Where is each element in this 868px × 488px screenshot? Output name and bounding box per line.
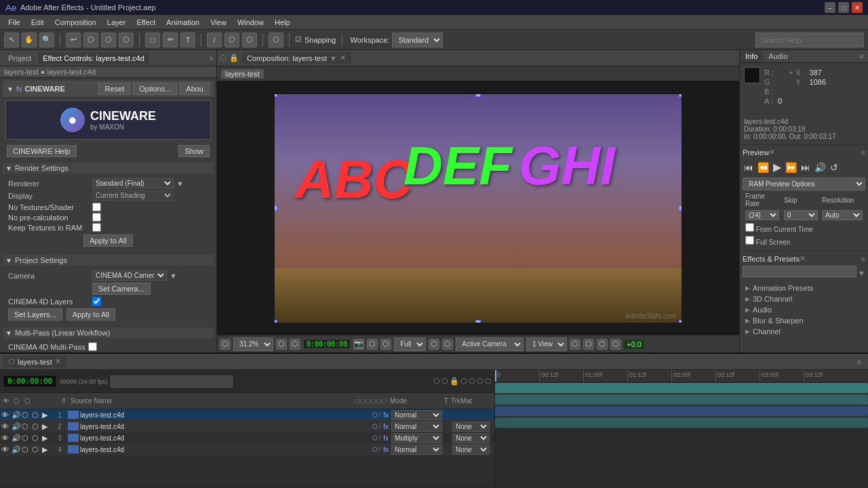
cineware-show-btn[interactable]: Show bbox=[178, 145, 210, 157]
layer-search-input[interactable] bbox=[111, 375, 233, 388]
viewer-3d-btn[interactable]: ⬡ bbox=[610, 339, 621, 350]
timecode-display[interactable]: 0:00:00:00 bbox=[3, 375, 57, 388]
layers-test-tab[interactable]: layers-test bbox=[221, 69, 264, 79]
motion-blur-icon[interactable]: ⬡ bbox=[485, 377, 492, 386]
preview-btn[interactable]: ⬡ bbox=[119, 33, 134, 47]
zoom-tool[interactable]: 🔍 bbox=[39, 33, 54, 47]
preview-skip-back[interactable]: ⏮ bbox=[743, 161, 755, 174]
keep-textures-check[interactable] bbox=[92, 223, 101, 232]
project-tab[interactable]: Project bbox=[3, 53, 37, 64]
preview-step-back[interactable]: ⏪ bbox=[756, 161, 770, 174]
camera-dropdown-arrow[interactable]: ▼ bbox=[170, 272, 177, 280]
cineware-reset-btn[interactable]: Reset bbox=[98, 83, 130, 95]
multipass-header[interactable]: ▼ Multi-Pass (Linear Workflow) bbox=[3, 327, 214, 338]
layer-3-lock[interactable]: ⬡ bbox=[32, 434, 41, 443]
minimize-button[interactable]: – bbox=[825, 2, 835, 13]
layer-2-switch2[interactable]: / bbox=[379, 423, 381, 430]
resolution-select[interactable]: Auto bbox=[822, 210, 863, 220]
menu-layer[interactable]: Layer bbox=[102, 17, 132, 28]
layer-1-mode-select[interactable]: Normal Multiply Screen bbox=[391, 410, 442, 420]
cineware-collapse-arrow[interactable]: ▼ bbox=[7, 85, 14, 93]
layer-1-switch2[interactable]: / bbox=[379, 411, 381, 418]
track-2-bar[interactable] bbox=[495, 394, 868, 405]
layer-4-switch2[interactable]: / bbox=[379, 446, 381, 453]
effects-search-dropdown[interactable]: ▼ bbox=[858, 269, 865, 277]
project-apply-btn[interactable]: Apply to All bbox=[66, 308, 115, 321]
handle-ml[interactable] bbox=[275, 205, 277, 211]
layer-4-lock[interactable]: ⬡ bbox=[32, 445, 41, 454]
handle-tl[interactable] bbox=[275, 94, 277, 97]
set-layers-btn[interactable]: Set Layers... bbox=[8, 308, 62, 321]
viewer-channels-btn[interactable]: ⬡ bbox=[429, 339, 439, 350]
preview-audio[interactable]: 🔊 bbox=[813, 161, 827, 174]
layer-1-solo[interactable]: ⬡ bbox=[22, 411, 31, 420]
layer-2-trkmat-select[interactable]: None bbox=[452, 422, 490, 432]
layer-2-lock[interactable]: ⬡ bbox=[32, 422, 41, 431]
close-button[interactable]: ✕ bbox=[852, 2, 863, 13]
composition-tab[interactable]: Composition: layers-test ▼ ✕ bbox=[241, 52, 351, 64]
time-cursor[interactable] bbox=[495, 370, 496, 382]
skip-select[interactable]: 0 bbox=[784, 210, 818, 220]
preview-close-icon[interactable]: ✕ bbox=[769, 148, 775, 157]
comp-tab-dropdown[interactable]: ▼ bbox=[330, 54, 337, 62]
preview-skip-fwd[interactable]: ⏭ bbox=[800, 161, 812, 174]
puppet-tool[interactable]: ⬡ bbox=[269, 33, 283, 47]
collapse-icon[interactable]: ⬡ bbox=[469, 377, 475, 386]
layer-4-mode-select[interactable]: Normal bbox=[391, 445, 442, 455]
project-settings-header[interactable]: ▼ Project Settings bbox=[3, 255, 214, 266]
layer-2-mode-select[interactable]: Normal bbox=[391, 422, 442, 432]
ram-preview-select[interactable]: RAM Preview Options bbox=[743, 178, 865, 190]
menu-window[interactable]: Window bbox=[232, 17, 269, 28]
zoom-select[interactable]: 31.2% bbox=[233, 338, 273, 351]
right-panel-menu[interactable]: ≡ bbox=[856, 50, 868, 62]
lock-icon[interactable]: 🔒 bbox=[450, 377, 459, 386]
preview-menu-icon[interactable]: ≡ bbox=[861, 148, 865, 157]
handle-br[interactable] bbox=[679, 320, 682, 323]
viewer-camera-capture[interactable]: 📷 bbox=[353, 339, 364, 350]
effects-item-channel[interactable]: ▶ Channel bbox=[743, 326, 865, 337]
effects-item-blur[interactable]: ▶ Blur & Sharpen bbox=[743, 315, 865, 326]
render-apply-btn[interactable]: Apply to All bbox=[83, 235, 132, 247]
layer-3-solo[interactable]: ⬡ bbox=[22, 434, 31, 443]
viewer-grid2-btn[interactable]: ⬡ bbox=[597, 339, 608, 350]
hand-tool[interactable]: ✋ bbox=[22, 33, 37, 47]
layer-4-solo[interactable]: ⬡ bbox=[22, 445, 31, 454]
viewer-snap-btn[interactable]: ⬡ bbox=[367, 339, 378, 350]
shy-icon[interactable]: ⬡ bbox=[460, 377, 467, 386]
track-3-bar[interactable] bbox=[495, 406, 868, 416]
layer-1-eye[interactable]: 👁 bbox=[1, 411, 11, 419]
pen-tool[interactable]: ✏ bbox=[163, 33, 178, 47]
layer-2-expand[interactable]: ▶ bbox=[42, 422, 52, 431]
layer-2-eye[interactable]: 👁 bbox=[1, 422, 11, 430]
cineware-options-btn[interactable]: Options... bbox=[133, 83, 177, 95]
layer-2-fx[interactable]: fx bbox=[383, 423, 389, 430]
effects-item-3dchannel[interactable]: ▶ 3D Channel bbox=[743, 293, 865, 304]
layer-4-name[interactable]: layers-test.c4d bbox=[80, 446, 371, 453]
preview-step-fwd[interactable]: ⏩ bbox=[784, 161, 798, 174]
layer-2-name[interactable]: layers-test.c4d bbox=[80, 423, 371, 430]
layer-2-audio[interactable]: 🔊 bbox=[12, 422, 21, 431]
menu-edit[interactable]: Edit bbox=[26, 17, 50, 28]
layer-4-switch1[interactable]: ⬡ bbox=[372, 446, 378, 453]
viewer-transparency-btn[interactable]: ⬡ bbox=[442, 339, 453, 350]
layer-1-switch1[interactable]: ⬡ bbox=[372, 411, 378, 418]
viewer-guide-btn[interactable]: ⬡ bbox=[583, 339, 594, 350]
menu-file[interactable]: File bbox=[3, 17, 26, 28]
no-textures-check[interactable] bbox=[92, 203, 101, 211]
c4d-layers-check[interactable] bbox=[92, 297, 101, 306]
menu-animation[interactable]: Animation bbox=[161, 17, 205, 28]
cineware-about-btn[interactable]: Abou bbox=[180, 83, 210, 95]
layer-2-switch1[interactable]: ⬡ bbox=[372, 423, 378, 430]
renderer-dropdown-arrow[interactable]: ▼ bbox=[176, 180, 184, 188]
handle-tr[interactable] bbox=[679, 94, 682, 97]
cineware-help-btn[interactable]: CINEWARE Help bbox=[7, 145, 77, 157]
undo-btn[interactable]: ↩ bbox=[66, 33, 81, 47]
layer-1-expand[interactable]: ▶ bbox=[42, 411, 52, 420]
effects-item-animation[interactable]: ▶ Animation Presets bbox=[743, 283, 865, 293]
info-tab[interactable]: Info bbox=[740, 50, 763, 62]
frame-rate-select[interactable]: (24) bbox=[745, 210, 779, 220]
effects-presets-menu-icon[interactable]: ≡ bbox=[861, 255, 865, 263]
track-1-bar[interactable] bbox=[495, 383, 868, 393]
viewer-pixel-btn[interactable]: ⬡ bbox=[290, 339, 300, 350]
menu-help[interactable]: Help bbox=[269, 17, 296, 28]
